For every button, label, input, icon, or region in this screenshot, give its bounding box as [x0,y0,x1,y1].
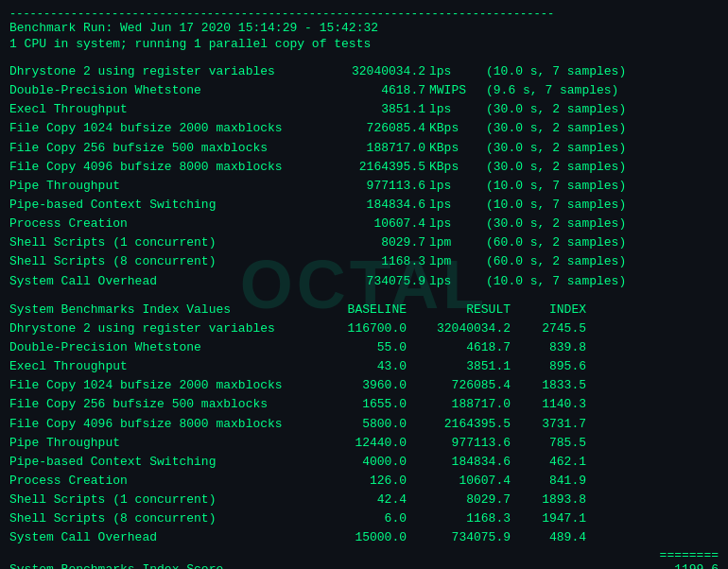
index-row-result: 734075.9 [407,528,511,547]
benchmark-row: Dhrystone 2 using register variables 320… [9,62,719,81]
bench-value: 10607.4 [312,215,425,233]
index-row: Execl Throughput 43.0 3851.1 895.6 [9,357,719,376]
bench-unit: lps [425,100,482,119]
bench-detail: (30.0 s, 2 samples) [482,215,719,233]
bench-detail: (30.0 s, 2 samples) [482,119,719,138]
index-row: System Call Overhead 15000.0 734075.9 48… [9,528,719,547]
bench-unit: lpm [425,252,482,271]
final-label: System Benchmarks Index Score [9,562,643,569]
index-row-result: 3851.1 [407,357,511,376]
index-row-label: Pipe-based Context Switching [9,453,312,472]
benchmark-row: File Copy 1024 bufsize 2000 maxblocks 72… [9,119,719,138]
index-row-result: 32040034.2 [407,319,511,338]
index-row-baseline: 12440.0 [312,434,407,453]
index-row: File Copy 1024 bufsize 2000 maxblocks 39… [9,376,719,395]
index-row-index: 2745.5 [511,319,586,338]
bench-unit: lps [425,272,482,291]
bench-unit: lps [425,62,482,81]
bench-label: File Copy 256 bufsize 500 maxblocks [9,139,312,158]
index-row-index: 462.1 [511,453,586,472]
terminal: OCTAL ----------------------------------… [9,8,719,561]
index-row-result: 977113.6 [407,434,511,453]
index-row-result: 188717.0 [407,395,511,414]
benchmark-row: Pipe Throughput 977113.6 lps (10.0 s, 7 … [9,177,719,196]
index-row-label: Process Creation [9,472,312,491]
index-row-result: 726085.4 [407,376,511,395]
index-row-index: 839.8 [511,338,586,357]
index-row-label: System Call Overhead [9,528,312,547]
index-row-index: 1140.3 [511,395,586,414]
bench-value: 2164395.5 [312,158,425,177]
index-row: File Copy 4096 bufsize 8000 maxblocks 58… [9,415,719,434]
index-header-baseline: BASELINE [312,301,407,319]
header-line1: Benchmark Run: Wed Jun 17 2020 15:14:29 … [9,21,719,35]
bench-label: Shell Scripts (8 concurrent) [9,252,312,271]
index-row-result: 10607.4 [407,472,511,491]
bench-detail: (30.0 s, 2 samples) [482,139,719,158]
index-row-baseline: 126.0 [312,472,407,491]
index-row: Pipe Throughput 12440.0 977113.6 785.5 [9,434,719,453]
index-header-label: System Benchmarks Index Values [9,301,312,319]
bench-value: 734075.9 [312,272,425,291]
index-row-label: File Copy 4096 bufsize 8000 maxblocks [9,415,312,434]
header-line2: 1 CPU in system; running 1 parallel copy… [9,37,719,51]
index-row-index: 1893.8 [511,491,586,509]
index-row: Process Creation 126.0 10607.4 841.9 [9,472,719,491]
index-row-index: 841.9 [511,472,586,491]
index-row-index: 489.4 [511,528,586,547]
bench-label: Double-Precision Whetstone [9,81,312,100]
bench-detail: (30.0 s, 2 samples) [482,158,719,177]
index-row-baseline: 42.4 [312,491,407,509]
bench-label: Process Creation [9,215,312,233]
index-row-baseline: 55.0 [312,338,407,357]
score-line: System Benchmarks Index Score 1199.6 [9,562,719,569]
benchmark-row: Shell Scripts (8 concurrent) 1168.3 lpm … [9,252,719,271]
index-row-baseline: 1655.0 [312,395,407,414]
index-header-row: System Benchmarks Index Values BASELINE … [9,301,719,319]
bench-unit: lpm [425,233,482,252]
bench-unit: lps [425,177,482,196]
index-row: Shell Scripts (8 concurrent) 6.0 1168.3 … [9,509,719,528]
benchmark-row: File Copy 4096 bufsize 8000 maxblocks 21… [9,158,719,177]
index-header-result: RESULT [407,301,511,319]
benchmark-row: Execl Throughput 3851.1 lps (30.0 s, 2 s… [9,100,719,119]
index-row-label: Shell Scripts (8 concurrent) [9,509,312,528]
benchmark-row: Shell Scripts (1 concurrent) 8029.7 lpm … [9,233,719,252]
index-row-baseline: 3960.0 [312,376,407,395]
index-row-baseline: 116700.0 [312,319,407,338]
bench-label: Dhrystone 2 using register variables [9,62,312,81]
index-row-index: 785.5 [511,434,586,453]
index-row-baseline: 15000.0 [312,528,407,547]
benchmark-row: System Call Overhead 734075.9 lps (10.0 … [9,272,719,291]
bench-value: 726085.4 [312,119,425,138]
bench-detail: (60.0 s, 2 samples) [482,233,719,252]
bench-detail: (30.0 s, 2 samples) [482,100,719,119]
index-row-result: 1168.3 [407,509,511,528]
index-row-label: Double-Precision Whetstone [9,338,312,357]
bench-detail: (10.0 s, 7 samples) [482,177,719,196]
index-row: Double-Precision Whetstone 55.0 4618.7 8… [9,338,719,357]
final-score: 1199.6 [643,562,719,569]
index-table: Dhrystone 2 using register variables 116… [9,319,719,548]
bench-label: File Copy 1024 bufsize 2000 maxblocks [9,119,312,138]
bench-unit: KBps [425,158,482,177]
bench-label: Pipe Throughput [9,177,312,196]
index-row-result: 8029.7 [407,491,511,509]
bench-detail: (60.0 s, 2 samples) [482,252,719,271]
index-row-baseline: 43.0 [312,357,407,376]
bench-unit: KBps [425,139,482,158]
bench-detail: (9.6 s, 7 samples) [482,81,719,100]
bench-value: 8029.7 [312,233,425,252]
benchmark-table: Dhrystone 2 using register variables 320… [9,62,719,291]
index-row-label: Dhrystone 2 using register variables [9,319,312,338]
index-row-index: 3731.7 [511,415,586,434]
index-row-label: File Copy 1024 bufsize 2000 maxblocks [9,376,312,395]
bench-detail: (10.0 s, 7 samples) [482,272,719,291]
bench-label: File Copy 4096 bufsize 8000 maxblocks [9,158,312,177]
benchmark-row: Pipe-based Context Switching 184834.6 lp… [9,196,719,215]
bench-value: 3851.1 [312,100,425,119]
separator-top: ----------------------------------------… [9,8,719,21]
bench-unit: MWIPS [425,81,482,100]
index-row-baseline: 5800.0 [312,415,407,434]
bench-detail: (10.0 s, 7 samples) [482,196,719,215]
